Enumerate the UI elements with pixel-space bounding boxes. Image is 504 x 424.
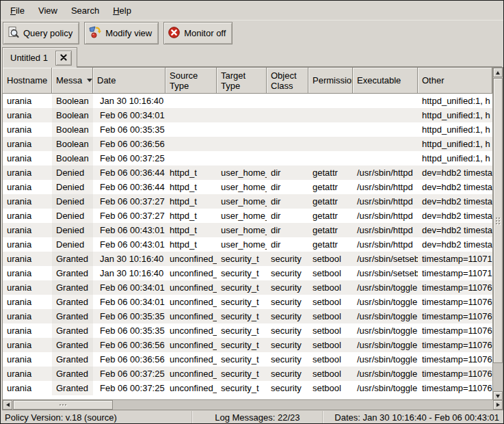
menu-item-help[interactable]: Help <box>106 2 138 19</box>
cell-hostname: urania <box>3 367 52 381</box>
cell-date: Feb 06 00:35:35 <box>93 323 165 338</box>
cell-hostname: urania <box>3 122 52 137</box>
menu-item-search[interactable]: Search <box>64 2 106 19</box>
table-row[interactable]: uraniaBooleanFeb 06 00:35:35httpd_unifie… <box>3 122 492 137</box>
cell-hostname: urania <box>3 352 52 367</box>
monitor-off-button[interactable]: Monitor off <box>163 22 233 44</box>
table-row[interactable]: uraniaBooleanJan 30 10:16:40httpd_unifie… <box>3 94 492 108</box>
header-cell-executable[interactable]: Executable <box>353 68 418 94</box>
table-row[interactable]: uraniaDeniedFeb 06 00:36:44httpd_tuser_h… <box>3 165 492 180</box>
cell-date: Feb 06 00:37:25 <box>93 151 165 165</box>
cell-other: timestamp=11076 <box>418 367 492 381</box>
cell-object-class: dir <box>267 180 308 194</box>
cell-hostname: urania <box>3 252 52 266</box>
cell-executable: /usr/sbin/toggle <box>353 295 418 309</box>
cell-object-class: security <box>267 295 308 309</box>
table-row[interactable]: uraniaDeniedFeb 06 00:43:01httpd_tuser_h… <box>3 237 492 252</box>
cell-executable: /usr/sbin/httpd <box>353 223 418 237</box>
scroll-right-button[interactable] <box>493 400 503 410</box>
cell-source-type: httpd_t <box>165 165 217 180</box>
cell-permission: getattr <box>308 237 353 252</box>
cell-date: Feb 06 00:37:27 <box>93 194 165 209</box>
cell-target-type <box>217 137 267 151</box>
cell-permission: setbool <box>308 323 353 338</box>
toolbar: Query policy Modify view Mo <box>1 21 503 46</box>
table-row[interactable]: uraniaDeniedFeb 06 00:37:27httpd_tuser_h… <box>3 194 492 209</box>
cell-object-class <box>267 151 308 165</box>
cell-source-type: unconfined_ <box>165 309 217 323</box>
cell-target-type <box>217 108 267 122</box>
table-row[interactable]: uraniaGrantedJan 30 10:16:40unconfined_s… <box>3 252 492 266</box>
cell-executable: /usr/sbin/toggle <box>353 381 418 395</box>
cell-executable: /usr/sbin/httpd <box>353 194 418 209</box>
table-row[interactable]: uraniaDeniedFeb 06 00:37:27httpd_tuser_h… <box>3 209 492 223</box>
cell-message: Denied <box>52 180 93 194</box>
scroll-up-button[interactable] <box>493 68 503 77</box>
cell-date: Feb 06 00:36:44 <box>93 165 165 180</box>
cell-message: Boolean <box>52 137 93 151</box>
header-cell-object-class[interactable]: Object Class <box>267 68 308 94</box>
header-cell-hostname[interactable]: Hostname <box>3 68 52 94</box>
table-row[interactable]: uraniaGrantedFeb 06 00:34:01unconfined_s… <box>3 295 492 309</box>
cell-permission: getattr <box>308 194 353 209</box>
tab-untitled-1[interactable]: Untitled 1 <box>2 47 77 68</box>
table-row[interactable]: uraniaDeniedFeb 06 00:36:44httpd_tuser_h… <box>3 180 492 194</box>
table-row[interactable]: uraniaBooleanFeb 06 00:34:01httpd_unifie… <box>3 108 492 122</box>
query-policy-label: Query policy <box>23 28 72 38</box>
header-cell-source-type[interactable]: Source Type <box>165 68 217 94</box>
modify-view-button[interactable]: Modify view <box>84 22 159 44</box>
cell-executable: /usr/sbin/toggle <box>353 352 418 367</box>
cell-object-class: security <box>267 381 308 395</box>
cell-target-type <box>217 122 267 137</box>
cell-permission: setbool <box>308 338 353 352</box>
table-row[interactable]: uraniaGrantedFeb 06 00:37:25unconfined_s… <box>3 367 492 381</box>
table-row[interactable]: uraniaGrantedFeb 06 00:37:25unconfined_s… <box>3 381 492 395</box>
cell-hostname: urania <box>3 180 52 194</box>
header-cell-permission[interactable]: Permission <box>308 68 353 94</box>
cell-message: Granted <box>52 381 93 395</box>
horizontal-scrollbar[interactable] <box>3 399 503 410</box>
cell-object-class: security <box>267 280 308 295</box>
cell-target-type: security_t <box>217 338 267 352</box>
table-row[interactable]: uraniaGrantedFeb 06 00:36:56unconfined_s… <box>3 352 492 367</box>
table-row[interactable]: uraniaGrantedFeb 06 00:36:56unconfined_s… <box>3 338 492 352</box>
cell-date: Feb 06 00:34:01 <box>93 280 165 295</box>
cell-source-type: unconfined_ <box>165 338 217 352</box>
cell-message: Denied <box>52 209 93 223</box>
cell-other: timestamp=11071 <box>418 252 492 266</box>
table-row[interactable]: uraniaGrantedFeb 06 00:35:35unconfined_s… <box>3 309 492 323</box>
cell-object-class: dir <box>267 209 308 223</box>
menu-item-file[interactable]: File <box>3 2 31 19</box>
header-cell-target-type[interactable]: Target Type <box>217 68 267 94</box>
cell-target-type: user_home_ <box>217 165 267 180</box>
cell-hostname: urania <box>3 194 52 209</box>
horizontal-scrollbar-thumb[interactable] <box>13 400 113 410</box>
tab-close-button[interactable] <box>55 51 72 66</box>
cell-permission: setbool <box>308 367 353 381</box>
cell-permission: setbool <box>308 280 353 295</box>
query-policy-button[interactable]: Query policy <box>3 22 79 44</box>
vertical-scrollbar[interactable] <box>492 68 503 401</box>
table-row[interactable]: uraniaBooleanFeb 06 00:37:25httpd_unifie… <box>3 151 492 165</box>
table-row[interactable]: uraniaDeniedFeb 06 00:43:01httpd_tuser_h… <box>3 223 492 237</box>
vertical-scrollbar-thumb[interactable] <box>493 78 503 363</box>
policy-version-text: Policy Version: v.18 (source) <box>1 411 191 423</box>
menu-item-view[interactable]: View <box>31 2 64 19</box>
scroll-left-button[interactable] <box>3 400 12 410</box>
modify-view-icon <box>88 25 102 41</box>
cell-source-type <box>165 108 217 122</box>
table-row[interactable]: uraniaGrantedFeb 06 00:34:01unconfined_s… <box>3 280 492 295</box>
cell-target-type: security_t <box>217 280 267 295</box>
table-header: HostnameMessaDateSource TypeTarget TypeO… <box>3 68 492 94</box>
table-row[interactable]: uraniaGrantedFeb 06 00:35:35unconfined_s… <box>3 323 492 338</box>
header-cell-message[interactable]: Messa <box>52 68 93 94</box>
table-row[interactable]: uraniaBooleanFeb 06 00:36:56httpd_unifie… <box>3 137 492 151</box>
cell-object-class: security <box>267 266 308 280</box>
table-row[interactable]: uraniaGrantedJan 30 10:16:40unconfined_s… <box>3 266 492 280</box>
cell-target-type: user_home_ <box>217 223 267 237</box>
cell-permission: setbool <box>308 266 353 280</box>
cell-executable <box>353 122 418 137</box>
header-cell-date[interactable]: Date <box>93 68 165 94</box>
cell-source-type: unconfined_ <box>165 280 217 295</box>
header-cell-other[interactable]: Other <box>418 68 492 94</box>
